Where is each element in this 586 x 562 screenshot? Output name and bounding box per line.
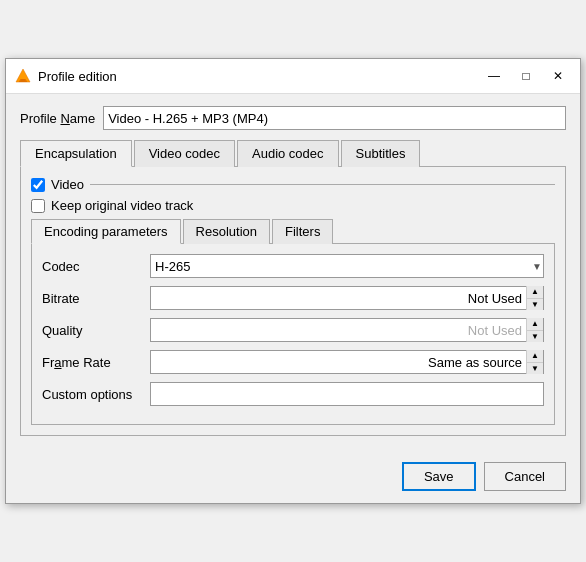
quality-control: ▲ ▼ — [150, 318, 544, 342]
main-tab-content: Video Keep original video track Encoding… — [20, 167, 566, 436]
quality-spinbox: ▲ ▼ — [150, 318, 544, 342]
frame-rate-spinbox-buttons: ▲ ▼ — [526, 350, 543, 374]
title-bar: Profile edition — □ ✕ — [6, 59, 580, 94]
keep-original-label: Keep original video track — [51, 198, 193, 213]
frame-rate-row: Frame Rate ▲ ▼ — [42, 350, 544, 374]
frame-rate-up-button[interactable]: ▲ — [527, 350, 543, 362]
profile-name-label: Profile Name — [20, 111, 95, 126]
minimize-button[interactable]: — — [480, 65, 508, 87]
frame-rate-input[interactable] — [151, 355, 526, 370]
codec-select[interactable]: H-265 H-264 MPEG-4 VP8 VP9 Theora — [150, 254, 544, 278]
video-checkbox[interactable] — [31, 178, 45, 192]
quality-up-button[interactable]: ▲ — [527, 318, 543, 330]
inner-tab-filters[interactable]: Filters — [272, 219, 333, 244]
footer: Save Cancel — [6, 458, 580, 503]
bitrate-spinbox: ▲ ▼ — [150, 286, 544, 310]
quality-down-button[interactable]: ▼ — [527, 330, 543, 342]
inner-tabs-bar: Encoding parameters Resolution Filters — [31, 219, 555, 244]
bitrate-spinbox-buttons: ▲ ▼ — [526, 286, 543, 310]
profile-edition-window: Profile edition — □ ✕ Profile Name Encap… — [5, 58, 581, 504]
custom-options-label: Custom options — [42, 387, 142, 402]
inner-tab-resolution[interactable]: Resolution — [183, 219, 270, 244]
codec-row: Codec H-265 H-264 MPEG-4 VP8 VP9 Theora — [42, 254, 544, 278]
custom-options-row: Custom options — [42, 382, 544, 406]
bitrate-up-button[interactable]: ▲ — [527, 286, 543, 298]
window-title: Profile edition — [38, 69, 480, 84]
keep-original-checkbox[interactable] — [31, 199, 45, 213]
video-header-row: Video — [31, 177, 555, 192]
svg-rect-2 — [19, 81, 27, 83]
bitrate-input[interactable] — [151, 291, 526, 306]
bitrate-down-button[interactable]: ▼ — [527, 298, 543, 310]
custom-options-input[interactable] — [150, 382, 544, 406]
frame-rate-spinbox: ▲ ▼ — [150, 350, 544, 374]
codec-control: H-265 H-264 MPEG-4 VP8 VP9 Theora ▼ — [150, 254, 544, 278]
profile-name-input[interactable] — [103, 106, 566, 130]
window-content: Profile Name Encapsulation Video codec A… — [6, 94, 580, 458]
custom-options-control — [150, 382, 544, 406]
keep-original-row: Keep original video track — [31, 198, 555, 213]
video-divider-line — [90, 184, 555, 185]
bitrate-control: ▲ ▼ — [150, 286, 544, 310]
codec-label: Codec — [42, 259, 142, 274]
encoding-params-content: Codec H-265 H-264 MPEG-4 VP8 VP9 Theora — [31, 244, 555, 425]
tab-subtitles[interactable]: Subtitles — [341, 140, 421, 167]
profile-name-row: Profile Name — [20, 106, 566, 130]
main-tabs-bar: Encapsulation Video codec Audio codec Su… — [20, 140, 566, 167]
maximize-button[interactable]: □ — [512, 65, 540, 87]
window-controls: — □ ✕ — [480, 65, 572, 87]
close-button[interactable]: ✕ — [544, 65, 572, 87]
frame-rate-label: Frame Rate — [42, 355, 142, 370]
inner-tab-encoding-params[interactable]: Encoding parameters — [31, 219, 181, 244]
tab-video-codec[interactable]: Video codec — [134, 140, 235, 167]
quality-input[interactable] — [151, 323, 526, 338]
frame-rate-down-button[interactable]: ▼ — [527, 362, 543, 374]
app-icon — [14, 67, 32, 85]
bitrate-row: Bitrate ▲ ▼ — [42, 286, 544, 310]
quality-label: Quality — [42, 323, 142, 338]
cancel-button[interactable]: Cancel — [484, 462, 566, 491]
frame-rate-control: ▲ ▼ — [150, 350, 544, 374]
quality-spinbox-buttons: ▲ ▼ — [526, 318, 543, 342]
codec-select-wrap: H-265 H-264 MPEG-4 VP8 VP9 Theora ▼ — [150, 254, 544, 278]
video-label: Video — [51, 177, 84, 192]
tab-encapsulation[interactable]: Encapsulation — [20, 140, 132, 167]
bitrate-label: Bitrate — [42, 291, 142, 306]
save-button[interactable]: Save — [402, 462, 476, 491]
quality-row: Quality ▲ ▼ — [42, 318, 544, 342]
tab-audio-codec[interactable]: Audio codec — [237, 140, 339, 167]
